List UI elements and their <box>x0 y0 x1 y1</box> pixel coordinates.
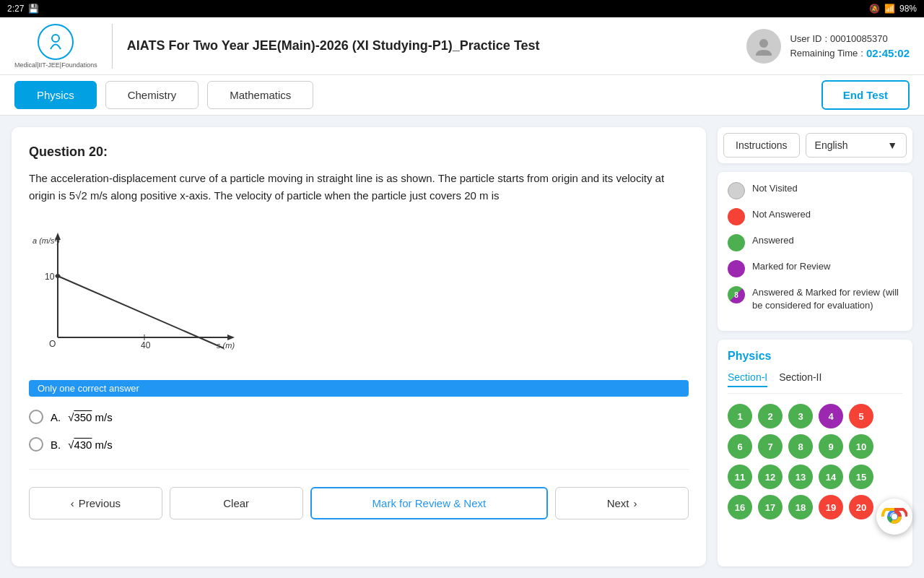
question-num-20[interactable]: 20 <box>849 495 873 519</box>
question-num-5[interactable]: 5 <box>849 404 873 428</box>
option-a-value: √350 m/s <box>68 411 113 423</box>
legend-panel: Not Visited Not Answered Answered Marked… <box>718 172 912 331</box>
question-num-18[interactable]: 18 <box>788 495 813 519</box>
timer-row: Remaining Time : 02:45:02 <box>790 47 910 59</box>
next-chevron-icon: › <box>634 497 637 509</box>
test-title: AIATS For Two Year JEE(Main)-2026 (XI St… <box>113 38 747 53</box>
answer-type-badge: Only one correct answer <box>29 380 689 397</box>
options: A. √350 m/s B. √430 m/s <box>29 410 689 452</box>
chrome-fab[interactable] <box>876 499 912 535</box>
question-num-1[interactable]: 1 <box>728 404 752 428</box>
question-math-inline: 5√2 m/s <box>69 189 110 202</box>
question-panel: Question 20: The acceleration-displaceme… <box>12 127 706 566</box>
user-id-label: User ID <box>790 33 821 44</box>
answered-marked-label: Answered & Marked for review (will be co… <box>752 286 902 312</box>
question-num-4[interactable]: 4 <box>819 404 843 428</box>
not-answered-dot <box>728 208 745 225</box>
option-b-value: √430 m/s <box>68 439 113 451</box>
svg-point-14 <box>56 274 60 278</box>
tab-mathematics[interactable]: Mathematics <box>207 81 313 109</box>
subject-tabs: Physics Chemistry Mathematics <box>14 81 821 109</box>
user-details: User ID : 00010085370 Remaining Time : 0… <box>790 33 910 59</box>
question-num-3[interactable]: 3 <box>788 404 813 428</box>
not-answered-label: Not Answered <box>752 208 811 221</box>
section-title: Physics <box>728 350 902 363</box>
question-num-17[interactable]: 17 <box>758 495 783 519</box>
section-tab-1[interactable]: Section-I <box>728 371 767 387</box>
option-a: A. √350 m/s <box>29 410 689 424</box>
question-num-6[interactable]: 6 <box>728 434 752 459</box>
mute-icon: 🔕 <box>869 4 880 14</box>
next-button[interactable]: Next › <box>555 487 689 519</box>
section-panel: Physics Section-I Section-II 12345678910… <box>718 340 912 566</box>
question-grid: 1234567891011121314151617181920 <box>728 404 902 519</box>
question-num-19[interactable]: 19 <box>819 495 843 519</box>
user-id-value: 00010085370 <box>830 33 888 44</box>
section-tab-2[interactable]: Section-II <box>779 371 821 387</box>
legend-answered-marked: 8 Answered & Marked for review (will be … <box>728 286 902 312</box>
question-num-12[interactable]: 12 <box>758 465 783 489</box>
logo-section: Medical|IIT-JEE|Foundations <box>14 24 113 69</box>
clear-button[interactable]: Clear <box>170 487 303 519</box>
language-select[interactable]: English ▼ <box>806 133 907 158</box>
tab-chemistry[interactable]: Chemistry <box>105 81 199 109</box>
main-content: Question 20: The acceleration-displaceme… <box>0 116 924 578</box>
status-bar-left: 2:27 💾 <box>7 4 39 14</box>
timer-label: Remaining Time <box>790 48 858 59</box>
question-num-11[interactable]: 11 <box>728 465 752 489</box>
timer-value: 02:45:02 <box>866 47 910 59</box>
instructions-button[interactable]: Instructions <box>723 133 800 158</box>
avatar <box>746 29 781 64</box>
option-b: B. √430 m/s <box>29 437 689 452</box>
next-label: Next <box>607 497 629 509</box>
question-num-16[interactable]: 16 <box>728 495 752 519</box>
end-test-button[interactable]: End Test <box>821 80 910 110</box>
prev-chevron-icon: ‹ <box>71 497 74 509</box>
section-tabs: Section-I Section-II <box>728 371 902 394</box>
status-time: 2:27 <box>7 4 24 14</box>
svg-text:s (m): s (m) <box>217 341 235 350</box>
logo: Medical|IIT-JEE|Foundations <box>14 24 97 69</box>
tab-physics[interactable]: Physics <box>14 81 97 109</box>
option-b-radio[interactable] <box>29 437 43 452</box>
previous-label: Previous <box>79 497 121 509</box>
answered-dot <box>728 234 745 251</box>
wifi-icon: 📶 <box>884 4 895 14</box>
question-footer: ‹ Previous Clear Mark for Review & Next … <box>29 469 689 519</box>
logo-circle <box>38 24 74 60</box>
question-text: The acceleration-displacement curve of a… <box>29 170 689 204</box>
option-b-label: B. <box>51 439 61 451</box>
svg-point-1 <box>759 39 768 48</box>
legend-answered: Answered <box>728 234 902 251</box>
marked-review-label: Marked for Review <box>752 260 830 273</box>
mark-review-label: Mark for Review & Next <box>372 497 487 509</box>
not-visited-label: Not Visited <box>752 182 798 195</box>
question-num-9[interactable]: 9 <box>819 434 843 459</box>
instructions-bar: Instructions English ▼ <box>718 127 912 163</box>
logo-subtext: Medical|IIT-JEE|Foundations <box>14 61 97 69</box>
svg-text:a (m/s²): a (m/s²) <box>32 236 60 245</box>
question-number: Question 20: <box>29 144 689 160</box>
question-num-2[interactable]: 2 <box>758 404 783 428</box>
save-icon: 💾 <box>28 4 39 14</box>
previous-button[interactable]: ‹ Previous <box>29 487 162 519</box>
question-num-15[interactable]: 15 <box>849 465 873 489</box>
user-id-colon: : <box>824 33 827 44</box>
svg-point-0 <box>52 35 59 42</box>
svg-point-20 <box>892 514 897 519</box>
question-num-10[interactable]: 10 <box>849 434 873 459</box>
right-panel: Instructions English ▼ Not Visited Not A… <box>718 127 912 566</box>
header: Medical|IIT-JEE|Foundations AIATS For Tw… <box>0 17 924 75</box>
question-num-8[interactable]: 8 <box>788 434 813 459</box>
marked-review-dot <box>728 260 745 277</box>
mark-review-button[interactable]: Mark for Review & Next <box>310 487 549 519</box>
battery-level: 98% <box>899 4 917 14</box>
language-value: English <box>815 139 848 151</box>
subject-bar: Physics Chemistry Mathematics End Test <box>0 75 924 116</box>
legend-not-visited: Not Visited <box>728 182 902 199</box>
question-num-7[interactable]: 7 <box>758 434 783 459</box>
question-num-14[interactable]: 14 <box>819 465 843 489</box>
option-a-radio[interactable] <box>29 410 43 424</box>
legend-marked-review: Marked for Review <box>728 260 902 277</box>
question-num-13[interactable]: 13 <box>788 465 813 489</box>
